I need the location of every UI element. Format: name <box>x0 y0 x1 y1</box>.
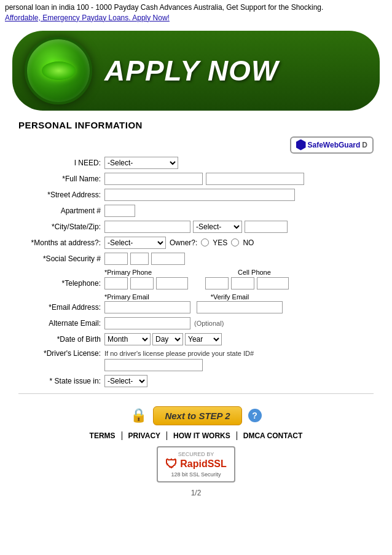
full-name-label: *Full Name: <box>18 175 104 183</box>
ssn-part3-input[interactable] <box>151 253 185 265</box>
ssl-secured-by: SECURED BY <box>165 451 227 457</box>
day-select[interactable]: Day <box>152 333 183 345</box>
city-state-zip-row: *City/State/Zip: -Select- <box>18 221 374 233</box>
section-title: PERSONAL INFORMATION <box>18 120 374 130</box>
first-name-input[interactable] <box>104 173 203 185</box>
safe-webguard-badge: SafeWebGuard D <box>290 136 374 154</box>
verify-email-input[interactable] <box>197 301 283 313</box>
banner-text[interactable]: APPLY NOW <box>104 54 278 87</box>
ss-inputs <box>104 253 185 265</box>
safe-webguard-label: SafeWebGuard <box>308 141 361 149</box>
footer-links: TERMS PRIVACY HOW IT WORKS DMCA CONTACT <box>18 431 374 440</box>
street-address-label: *Street Address: <box>18 191 104 199</box>
cell-phone-label: Cell Phone <box>238 269 271 276</box>
months-address-label: *Months at address?: <box>18 238 104 247</box>
ad-text: personal loan in india 100 - 1000 Payday… <box>5 3 323 12</box>
drivers-license-hint: If no driver's license please provide yo… <box>104 350 254 357</box>
cell-area-input[interactable] <box>205 277 229 289</box>
primary-phone-label: *Primary Phone <box>104 269 152 276</box>
months-select[interactable]: -Select- <box>104 237 166 249</box>
cell-line-input[interactable] <box>257 277 289 289</box>
months-address-row: *Months at address?: -Select- Owner?: YE… <box>18 237 374 249</box>
social-security-row: *Social Security # <box>18 253 374 265</box>
drivers-license-input[interactable] <box>104 359 203 371</box>
social-security-label: *Social Security # <box>18 254 104 263</box>
page-number: 1/2 <box>18 489 374 497</box>
i-need-select[interactable]: -Select- <box>104 157 178 169</box>
last-name-input[interactable] <box>206 173 304 185</box>
ssl-brand: RapidSSL <box>180 459 227 470</box>
state-select[interactable]: -Select- <box>193 221 242 233</box>
help-icon[interactable]: ? <box>248 409 262 422</box>
ssl-desc: 128 bit SSL Security <box>165 471 227 478</box>
ssn-part1-input[interactable] <box>104 253 128 265</box>
primary-email-label: *Primary Email <box>104 293 149 301</box>
ssl-badge: SECURED BY 🛡 RapidSSL 128 bit SSL Securi… <box>157 446 235 482</box>
next-step2-button[interactable]: Next to STEP 2 <box>153 406 241 425</box>
dob-label: *Date of Birth <box>18 335 104 344</box>
terms-link[interactable]: TERMS <box>84 431 122 440</box>
banner-circle <box>25 37 92 104</box>
month-select[interactable]: Month <box>104 333 151 345</box>
divider <box>18 393 374 394</box>
optional-label: (Optional) <box>194 320 224 327</box>
alternate-email-input[interactable] <box>104 317 190 329</box>
phone-line-input[interactable] <box>156 277 188 289</box>
phone-labels-row: *Primary Phone Cell Phone <box>18 269 374 277</box>
lock-icon: 🔒 <box>130 407 147 423</box>
email-address-label: *Email Address: <box>18 303 104 312</box>
alternate-email-label: Alternate Email: <box>18 319 104 328</box>
i-need-row: I NEED: -Select- <box>18 157 374 169</box>
phone-prefix-input[interactable] <box>130 277 154 289</box>
verify-email-label: *Verify Email <box>211 293 249 301</box>
apartment-label: Apartment # <box>18 207 104 215</box>
privacy-link[interactable]: PRIVACY <box>122 431 167 440</box>
city-input[interactable] <box>104 221 190 233</box>
ssl-shield-icon: 🛡 <box>165 457 178 471</box>
street-address-row: *Street Address: <box>18 189 374 201</box>
drivers-license-row: *Driver's License: If no driver's licens… <box>18 349 374 371</box>
ssn-part2-input[interactable] <box>130 253 149 265</box>
owner-row: Owner?: YES NO <box>170 238 254 247</box>
ad-header: personal loan in india 100 - 1000 Payday… <box>0 0 392 26</box>
how-it-works-link[interactable]: HOW IT WORKS <box>167 431 237 440</box>
alternate-email-row: Alternate Email: (Optional) <box>18 317 374 329</box>
phone-area-input[interactable] <box>104 277 128 289</box>
safe-webguard-area: SafeWebGuard D <box>18 136 374 154</box>
ad-link[interactable]: Affordable, Emergency Payday Loans. Appl… <box>5 14 170 22</box>
i-need-label: I NEED: <box>18 159 104 167</box>
email-labels-row: *Primary Email *Verify Email <box>18 293 374 301</box>
banner-glow <box>42 61 76 80</box>
yes-label: YES <box>213 238 227 247</box>
primary-email-input[interactable] <box>104 301 190 313</box>
street-address-input[interactable] <box>104 189 295 201</box>
owner-label: Owner?: <box>170 238 197 247</box>
dob-selects: Month Day Year <box>104 333 222 345</box>
owner-yes-radio[interactable] <box>201 238 209 246</box>
email-address-row: *Email Address: <box>18 301 374 313</box>
ssl-logo: 🛡 RapidSSL <box>165 457 227 471</box>
apartment-input[interactable] <box>104 205 135 217</box>
drivers-license-label: *Driver's License: <box>18 349 104 358</box>
shield-icon <box>296 140 306 151</box>
state-issue-row: * State issue in: -Select- <box>18 375 374 387</box>
apartment-row: Apartment # <box>18 205 374 217</box>
main-content: PERSONAL INFORMATION SafeWebGuard D I NE… <box>0 120 392 497</box>
dob-row: *Date of Birth Month Day Year <box>18 333 374 345</box>
full-name-row: *Full Name: <box>18 173 374 185</box>
telephone-row: *Telephone: <box>18 277 374 289</box>
telephone-label: *Telephone: <box>18 279 104 288</box>
year-select[interactable]: Year <box>185 333 222 345</box>
state-issue-label: * State issue in: <box>18 377 104 385</box>
state-issue-select[interactable]: -Select- <box>104 375 147 387</box>
cell-prefix-input[interactable] <box>231 277 254 289</box>
safe-guard-d: D <box>362 141 367 149</box>
months-owner-group: -Select- Owner?: YES NO <box>104 237 254 249</box>
owner-no-radio[interactable] <box>231 238 239 246</box>
zip-input[interactable] <box>245 221 288 233</box>
apply-now-banner[interactable]: APPLY NOW <box>12 31 380 111</box>
button-area: 🔒 Next to STEP 2 ? <box>18 406 374 425</box>
no-label: NO <box>243 238 254 247</box>
city-state-zip-label: *City/State/Zip: <box>18 222 104 231</box>
dmca-link[interactable]: DMCA CONTACT <box>237 431 309 440</box>
